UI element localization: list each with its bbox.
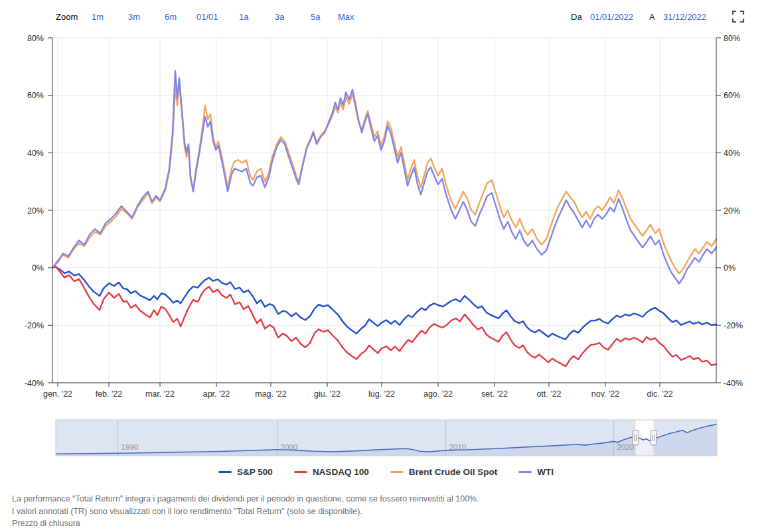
legend-item-brent-crude-oil-spot[interactable]: Brent Crude Oil Spot	[390, 467, 498, 477]
svg-text:80%: 80%	[724, 34, 740, 43]
main-chart-plot[interactable]: 80%80%60%60%40%40%20%20%0%0%-20%-20%-40%…	[0, 0, 772, 464]
svg-text:nov. '22: nov. '22	[591, 389, 620, 399]
legend-item-wti[interactable]: WTI	[518, 467, 554, 477]
x-axis-labels: gen. '22feb. '22mar. '22apr. '22mag. '22…	[43, 389, 673, 399]
svg-text:-20%: -20%	[25, 321, 44, 330]
svg-text:mar. '22: mar. '22	[145, 389, 175, 399]
navigator: 1990200020102020	[56, 420, 717, 456]
legend-label-s-p-500: S&P 500	[237, 467, 273, 477]
svg-text:2020: 2020	[617, 443, 635, 451]
series-lines	[52, 71, 716, 367]
svg-text:0%: 0%	[724, 263, 735, 273]
svg-text:1990: 1990	[121, 443, 139, 451]
legend-marker-wti	[518, 471, 532, 473]
navigator-mask-right[interactable]	[653, 420, 717, 456]
series-line-wti	[52, 71, 716, 284]
svg-text:mag. '22: mag. '22	[255, 389, 287, 399]
svg-text:-20%: -20%	[724, 321, 743, 330]
legend-item-s-p-500[interactable]: S&P 500	[218, 467, 273, 477]
navigator-mask-left[interactable]	[56, 420, 636, 456]
series-line-brent-crude-oil-spot	[52, 84, 716, 273]
svg-text:20%: 20%	[27, 206, 44, 216]
legend: S&P 500NASDAQ 100Brent Crude Oil SpotWTI	[0, 467, 772, 477]
legend-label-nasdaq-100: NASDAQ 100	[313, 467, 369, 477]
axes	[48, 38, 721, 387]
svg-text:ott. '22: ott. '22	[536, 389, 561, 399]
series-line-s-p-500	[52, 267, 716, 339]
footer-note-total-return: La performance "Total Return" integra i …	[12, 493, 755, 505]
svg-text:apr. '22: apr. '22	[203, 389, 230, 399]
legend-label-brent-crude-oil-spot: Brent Crude Oil Spot	[409, 467, 498, 477]
footer-note-close-price: Prezzo di chiusura	[12, 517, 755, 530]
svg-text:40%: 40%	[724, 149, 740, 158]
svg-text:2010: 2010	[449, 443, 467, 451]
footer-note-tr-values: I valori annotati (TR) sono visualizzati…	[12, 505, 755, 518]
svg-text:lug. '22: lug. '22	[368, 389, 395, 399]
svg-text:set. '22: set. '22	[481, 389, 508, 399]
legend-label-wti: WTI	[537, 467, 554, 477]
legend-marker-s-p-500	[218, 471, 232, 473]
gridlines	[52, 38, 716, 383]
svg-text:60%: 60%	[27, 91, 44, 100]
svg-text:-40%: -40%	[25, 379, 44, 388]
svg-text:giu. '22: giu. '22	[314, 389, 341, 399]
footer-notes: La performance "Total Return" integra i …	[12, 493, 755, 530]
svg-text:dic. '22: dic. '22	[647, 389, 672, 399]
legend-marker-brent-crude-oil-spot	[390, 471, 404, 473]
svg-text:40%: 40%	[27, 149, 44, 158]
svg-text:20%: 20%	[724, 206, 740, 216]
legend-item-nasdaq-100[interactable]: NASDAQ 100	[294, 467, 369, 477]
svg-text:gen. '22: gen. '22	[43, 389, 72, 399]
svg-text:80%: 80%	[27, 34, 44, 43]
svg-text:2000: 2000	[281, 443, 298, 451]
svg-text:feb. '22: feb. '22	[96, 389, 123, 399]
svg-text:-40%: -40%	[724, 379, 743, 388]
legend-marker-nasdaq-100	[294, 471, 307, 473]
navigator-handle-left[interactable]	[633, 431, 639, 445]
stock-chart-widget: Zoom 1m3m6m01/011a3a5aMax Da 01/01/2022 …	[0, 0, 772, 532]
svg-text:0%: 0%	[32, 263, 44, 273]
svg-text:ago. '22: ago. '22	[424, 389, 453, 399]
svg-text:60%: 60%	[724, 91, 740, 100]
navigator-handle-right[interactable]	[651, 431, 656, 445]
